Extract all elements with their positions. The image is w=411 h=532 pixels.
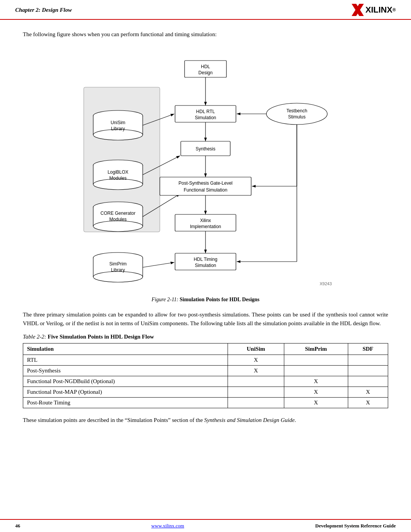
table-cell: X (348, 387, 388, 398)
footer-link[interactable]: www.xilinx.com (151, 523, 184, 529)
table-cell: RTL (23, 355, 228, 366)
figure-title: Simulation Points for HDL Designs (178, 297, 260, 302)
svg-point-21 (93, 221, 143, 232)
svg-text:HDL: HDL (201, 64, 210, 69)
svg-text:Post-Synthesis Gate-Level: Post-Synthesis Gate-Level (178, 181, 233, 186)
reg-mark: ® (392, 7, 396, 13)
body-text-2-suffix: . (295, 417, 296, 423)
flow-diagram: UniSim Library LogiBLOX Modules CORE Gen… (72, 49, 339, 293)
footer-page-number: 46 (15, 523, 20, 529)
table-cell: Post-Synthesis (23, 366, 228, 376)
table-cell (348, 376, 388, 387)
xilinx-text: XILINX (365, 5, 392, 15)
svg-text:Simulation: Simulation (195, 263, 216, 268)
table-header-row: Simulation UniSim SimPrim SDF (23, 343, 388, 355)
body-text-2: These simulation points are described in… (23, 416, 388, 425)
svg-text:Synthesis: Synthesis (196, 146, 215, 152)
table-label: Table 2-2: (23, 334, 46, 340)
table-title: Table 2-2: Five Simulation Points in HDL… (23, 334, 388, 340)
table-row: Post-SynthesisX (23, 366, 388, 376)
svg-text:Library: Library (111, 126, 125, 131)
table-cell: X (348, 398, 388, 408)
intro-text: The following figure shows when you can … (23, 31, 388, 38)
table-desc: Five Simulation Points in HDL Design Flo… (46, 334, 154, 340)
svg-text:X9243: X9243 (320, 281, 332, 286)
svg-text:HDL RTL: HDL RTL (196, 109, 215, 114)
table-cell: Functional Post-NGDBuild (Optional) (23, 376, 228, 387)
svg-text:SimPrim: SimPrim (109, 261, 126, 267)
svg-text:LogiBLOX: LogiBLOX (108, 169, 129, 175)
table-cell: X (284, 398, 348, 408)
svg-text:Xilinx: Xilinx (200, 218, 211, 223)
table-cell (348, 366, 388, 376)
body-text-2-prefix: These simulation points are described in… (23, 417, 204, 423)
table-cell: X (284, 387, 348, 398)
body-text-1: The three primary simulation points can … (23, 310, 388, 328)
svg-text:Simulation: Simulation (195, 115, 216, 120)
table-cell: X (284, 376, 348, 387)
svg-text:Modules: Modules (109, 176, 126, 181)
col-header-unisim: UniSim (228, 343, 284, 355)
figure-label: Figure 2-11: (151, 297, 178, 302)
table-cell (348, 355, 388, 366)
diagram-container: UniSim Library LogiBLOX Modules CORE Gen… (23, 49, 388, 293)
body-text-2-italic: Synthesis and Simulation Design Guide (204, 417, 295, 423)
svg-text:Testbench: Testbench (287, 108, 307, 113)
table-cell (228, 398, 284, 408)
svg-text:Functional Simulation: Functional Simulation (184, 187, 228, 193)
page-footer: 46 www.xilinx.com Development System Ref… (0, 519, 411, 532)
simulation-table: Simulation UniSim SimPrim SDF RTLXPost-S… (23, 343, 388, 408)
svg-text:UniSim: UniSim (111, 120, 126, 125)
svg-text:CORE Generator: CORE Generator (100, 211, 135, 216)
table-row: Functional Post-MAP (Optional)XX (23, 387, 388, 398)
table-cell (228, 387, 284, 398)
table-cell: X (228, 355, 284, 366)
col-header-simulation: Simulation (23, 343, 228, 355)
table-row: Post-Route TimingXX (23, 398, 388, 408)
table-cell (284, 355, 348, 366)
svg-text:Stimulus: Stimulus (288, 114, 306, 120)
xilinx-x-icon (352, 4, 364, 16)
footer-guide-title: Development System Reference Guide (315, 523, 396, 529)
svg-text:Library: Library (111, 267, 125, 273)
page-content: The following figure shows when you can … (0, 20, 411, 438)
table-cell: Functional Post-MAP (Optional) (23, 387, 228, 398)
page-header: Chapter 2: Design Flow XILINX® (0, 0, 411, 20)
svg-text:HDL Timing: HDL Timing (194, 257, 217, 262)
svg-text:Design: Design (198, 70, 212, 75)
svg-point-28 (93, 272, 143, 282)
svg-text:Modules: Modules (109, 217, 126, 222)
table-cell (284, 366, 348, 376)
svg-line-64 (143, 262, 174, 267)
chapter-title: Chapter 2: Design Flow (15, 7, 72, 13)
table-cell (228, 376, 284, 387)
table-cell: X (228, 366, 284, 376)
table-row: RTLX (23, 355, 388, 366)
table-row: Functional Post-NGDBuild (Optional)X (23, 376, 388, 387)
svg-text:Implementation: Implementation (190, 224, 221, 229)
table-cell: Post-Route Timing (23, 398, 228, 408)
xilinx-logo: XILINX® (352, 4, 396, 16)
figure-caption: Figure 2-11: Simulation Points for HDL D… (23, 297, 388, 303)
col-header-sdf: SDF (348, 343, 388, 355)
svg-point-38 (266, 103, 327, 125)
col-header-simprim: SimPrim (284, 343, 348, 355)
